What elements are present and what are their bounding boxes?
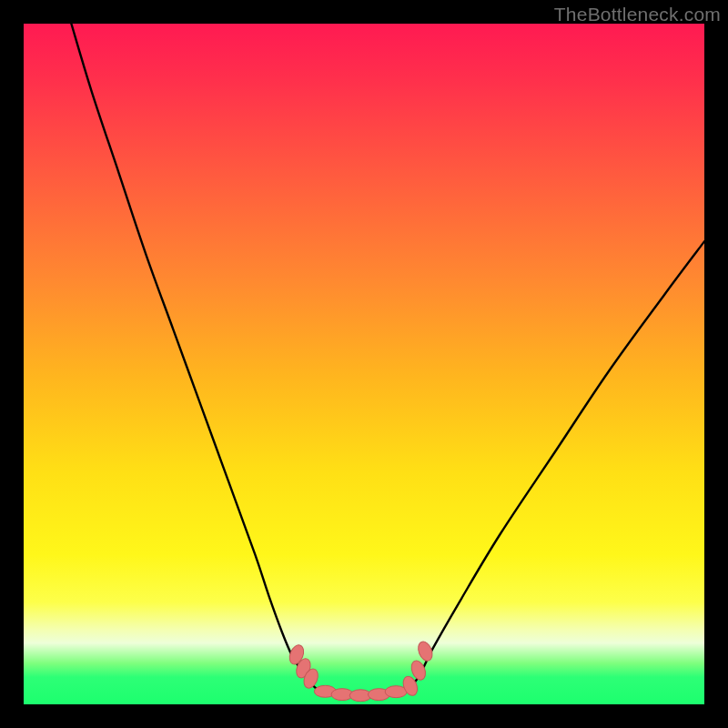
curve-marker [416, 640, 435, 663]
watermark-text: TheBottleneck.com [554, 4, 721, 25]
bottleneck-curve [71, 24, 704, 695]
plot-area [24, 24, 704, 704]
curve-layer [24, 24, 704, 704]
chart-frame: TheBottleneck.com [0, 0, 728, 728]
